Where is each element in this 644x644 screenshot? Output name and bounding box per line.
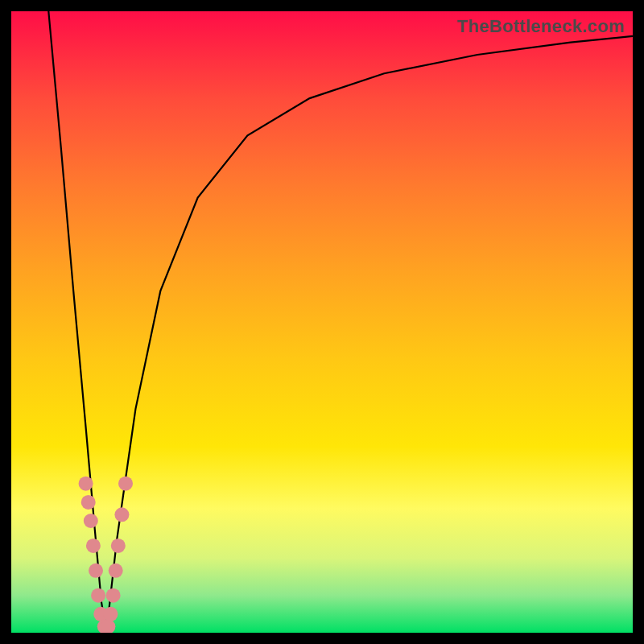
data-dots-group [79, 477, 133, 633]
data-dot [118, 477, 133, 491]
data-dot [109, 564, 123, 578]
chart-frame: TheBottleneck.com [0, 0, 644, 644]
chart-plot-area: TheBottleneck.com [11, 11, 633, 633]
data-dot [106, 588, 121, 603]
data-dot [104, 607, 118, 621]
data-dot [79, 477, 93, 491]
data-dot [84, 514, 98, 528]
curve-left-branch [48, 11, 106, 633]
chart-svg [11, 11, 633, 633]
data-dot [111, 539, 126, 553]
curve-right-branch [106, 36, 633, 633]
data-dot [86, 539, 101, 553]
watermark-text: TheBottleneck.com [457, 16, 625, 37]
data-dot [89, 564, 103, 578]
data-dot [81, 495, 96, 510]
data-dot [114, 507, 129, 522]
data-dot [91, 588, 105, 603]
